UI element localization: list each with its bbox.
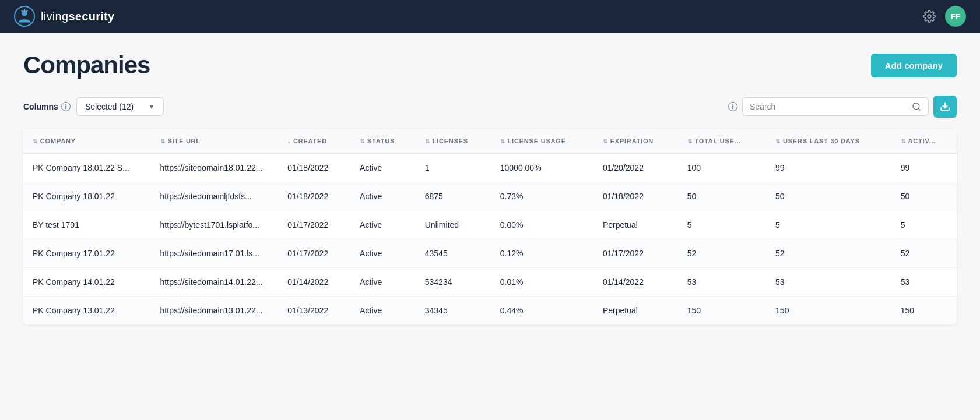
cell-license_usage: 10000.00%: [491, 153, 593, 182]
companies-table: ⇅COMPANY ⇅SITE URL ↓CREATED ⇅STATUS ⇅LIC…: [23, 129, 957, 325]
companies-table-container: ⇅COMPANY ⇅SITE URL ↓CREATED ⇅STATUS ⇅LIC…: [23, 129, 957, 325]
col-header-licenses[interactable]: ⇅LICENSES: [416, 129, 491, 153]
cell-license_usage: 0.73%: [491, 182, 593, 211]
cell-company: PK Company 17.01.22: [23, 239, 151, 268]
toolbar: Columns i Selected (12) ▼ i: [23, 96, 957, 118]
cell-created: 01/18/2022: [278, 153, 350, 182]
cell-created: 01/17/2022: [278, 239, 350, 268]
cell-site_url: https://bytest1701.lsplatfo...: [151, 211, 279, 239]
search-input[interactable]: [750, 102, 908, 111]
cell-licenses: 534234: [416, 268, 491, 297]
search-icon[interactable]: [912, 102, 921, 111]
svg-line-6: [918, 108, 920, 110]
svg-line-3: [27, 10, 28, 12]
search-info-icon[interactable]: i: [728, 102, 737, 111]
col-header-site-url[interactable]: ⇅SITE URL: [151, 129, 279, 153]
svg-line-2: [22, 10, 23, 12]
table-row[interactable]: PK Company 18.01.22https://sitedomainljf…: [23, 182, 957, 211]
cell-licenses: 6875: [416, 182, 491, 211]
col-header-created[interactable]: ↓CREATED: [278, 129, 350, 153]
cell-users_last_30: 150: [766, 297, 891, 325]
cell-expiration: 01/14/2022: [593, 268, 678, 297]
cell-active: 99: [891, 153, 957, 182]
table-row[interactable]: PK Company 13.01.22https://sitedomain13.…: [23, 297, 957, 325]
table-row[interactable]: PK Company 18.01.22 S...https://sitedoma…: [23, 153, 957, 182]
cell-total_users: 53: [678, 268, 766, 297]
columns-select[interactable]: Selected (12) ▼: [76, 97, 164, 116]
page-header: Companies Add company: [23, 51, 957, 79]
cell-license_usage: 0.00%: [491, 211, 593, 239]
col-header-total-users[interactable]: ⇅TOTAL USE...: [678, 129, 766, 153]
cell-status: Active: [350, 153, 416, 182]
cell-status: Active: [350, 297, 416, 325]
main-content: Companies Add company Columns i Selected…: [0, 33, 980, 420]
cell-status: Active: [350, 182, 416, 211]
cell-license_usage: 0.12%: [491, 239, 593, 268]
cell-active: 5: [891, 211, 957, 239]
col-header-status[interactable]: ⇅STATUS: [350, 129, 416, 153]
cell-company: BY test 1701: [23, 211, 151, 239]
cell-site_url: https://sitedomain14.01.22...: [151, 268, 279, 297]
cell-total_users: 50: [678, 182, 766, 211]
table-body: PK Company 18.01.22 S...https://sitedoma…: [23, 153, 957, 325]
svg-point-4: [928, 15, 931, 18]
cell-licenses: 34345: [416, 297, 491, 325]
cell-company: PK Company 18.01.22 S...: [23, 153, 151, 182]
table-row[interactable]: PK Company 17.01.22https://sitedomain17.…: [23, 239, 957, 268]
cell-total_users: 100: [678, 153, 766, 182]
logo-text: livingsecurity: [41, 10, 115, 23]
cell-users_last_30: 50: [766, 182, 891, 211]
cell-company: PK Company 14.01.22: [23, 268, 151, 297]
cell-users_last_30: 99: [766, 153, 891, 182]
columns-controls: Columns i Selected (12) ▼: [23, 97, 164, 116]
cell-total_users: 5: [678, 211, 766, 239]
cell-active: 53: [891, 268, 957, 297]
cell-company: PK Company 18.01.22: [23, 182, 151, 211]
columns-selected-value: Selected (12): [85, 102, 134, 111]
col-header-active[interactable]: ⇅ACTIV...: [891, 129, 957, 153]
page-title: Companies: [23, 51, 150, 79]
app-header: livingsecurity FF: [0, 0, 980, 33]
cell-site_url: https://sitedomain13.01.22...: [151, 297, 279, 325]
logo-icon: [14, 6, 35, 27]
cell-site_url: https://sitedomain17.01.ls...: [151, 239, 279, 268]
cell-active: 52: [891, 239, 957, 268]
cell-total_users: 52: [678, 239, 766, 268]
table-row[interactable]: PK Company 14.01.22https://sitedomain14.…: [23, 268, 957, 297]
cell-licenses: 43545: [416, 239, 491, 268]
cell-active: 150: [891, 297, 957, 325]
columns-label: Columns i: [23, 102, 71, 111]
cell-expiration: 01/18/2022: [593, 182, 678, 211]
header-actions: FF: [923, 6, 966, 27]
cell-status: Active: [350, 211, 416, 239]
table-header-row: ⇅COMPANY ⇅SITE URL ↓CREATED ⇅STATUS ⇅LIC…: [23, 129, 957, 153]
cell-users_last_30: 52: [766, 239, 891, 268]
cell-created: 01/14/2022: [278, 268, 350, 297]
cell-created: 01/17/2022: [278, 211, 350, 239]
cell-license_usage: 0.01%: [491, 268, 593, 297]
add-company-button[interactable]: Add company: [871, 54, 957, 77]
cell-expiration: 01/20/2022: [593, 153, 678, 182]
cell-created: 01/18/2022: [278, 182, 350, 211]
table-row[interactable]: BY test 1701https://bytest1701.lsplatfo.…: [23, 211, 957, 239]
user-avatar[interactable]: FF: [945, 6, 966, 27]
logo-area: livingsecurity: [14, 6, 115, 27]
columns-info-icon[interactable]: i: [61, 102, 71, 111]
download-button[interactable]: [933, 96, 957, 118]
cell-status: Active: [350, 239, 416, 268]
col-header-license-usage[interactable]: ⇅LICENSE USAGE: [491, 129, 593, 153]
cell-total_users: 150: [678, 297, 766, 325]
cell-users_last_30: 5: [766, 211, 891, 239]
search-wrapper: [742, 97, 929, 116]
cell-license_usage: 0.44%: [491, 297, 593, 325]
col-header-expiration[interactable]: ⇅EXPIRATION: [593, 129, 678, 153]
col-header-company[interactable]: ⇅COMPANY: [23, 129, 151, 153]
cell-status: Active: [350, 268, 416, 297]
col-header-users-last-30[interactable]: ⇅USERS LAST 30 DAYS: [766, 129, 891, 153]
cell-users_last_30: 53: [766, 268, 891, 297]
cell-expiration: 01/17/2022: [593, 239, 678, 268]
chevron-down-icon: ▼: [148, 103, 155, 111]
cell-licenses: Unlimited: [416, 211, 491, 239]
cell-site_url: https://sitedomainljfdsfs...: [151, 182, 279, 211]
settings-button[interactable]: [923, 10, 936, 23]
